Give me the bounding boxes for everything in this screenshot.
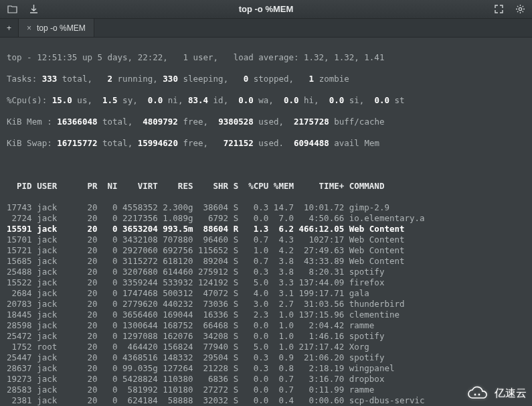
process-row: 25472 jack 20 0 1297088 162076 34208 S 0… bbox=[7, 331, 525, 342]
process-row: 25488 jack 20 0 3207680 614460 275912 S … bbox=[7, 267, 525, 277]
process-row: 18445 jack 20 0 3656460 169044 16336 S 2… bbox=[7, 310, 525, 320]
download-icon[interactable] bbox=[28, 4, 39, 15]
new-tab-button[interactable]: + bbox=[0, 19, 19, 37]
cloud-icon bbox=[465, 386, 492, 401]
process-row: 28598 jack 20 0 1300644 168752 66468 S 0… bbox=[7, 320, 525, 331]
tab-0[interactable]: × top -o %MEM bbox=[19, 19, 94, 37]
process-row: 2684 jack 20 0 1747468 500312 47072 S 4.… bbox=[7, 288, 525, 299]
process-row: 15591 jack 20 0 3653204 993.5m 88604 R 1… bbox=[7, 224, 525, 234]
window-title: top -o %MEM bbox=[87, 4, 445, 14]
titlebar: top -o %MEM bbox=[0, 0, 532, 19]
tabbar: + × top -o %MEM bbox=[0, 19, 532, 38]
tab-label: top -o %MEM bbox=[37, 23, 86, 33]
svg-point-1 bbox=[474, 394, 476, 396]
cpu-line: %Cpu(s): 15.0 us, 1.5 sy, 0.0 ni, 83.4 i… bbox=[7, 95, 525, 106]
top-summary-line: top - 12:51:35 up 5 days, 22:22, 1 user,… bbox=[7, 52, 525, 63]
process-row: 28583 jack 20 0 581992 110180 27272 S 0.… bbox=[7, 385, 525, 395]
columns-header: PID USER PR NI VIRT RES SHR S %CPU %MEM … bbox=[7, 181, 525, 192]
process-row: 2381 jack 20 0 624184 58888 32032 S 0.0 … bbox=[7, 395, 525, 406]
close-tab-icon[interactable]: × bbox=[27, 23, 31, 33]
process-row: 15721 jack 20 0 2927060 692756 115652 S … bbox=[7, 245, 525, 256]
swap-line: KiB Swap: 16715772 total, 15994620 free,… bbox=[7, 138, 525, 149]
blank-line bbox=[7, 159, 525, 170]
process-row: 19273 jack 20 0 5428824 110380 6836 S 0.… bbox=[7, 374, 525, 385]
process-row: 25447 jack 20 0 4368516 148332 29504 S 0… bbox=[7, 352, 525, 363]
svg-point-0 bbox=[519, 7, 521, 10]
process-row: 20783 jack 20 0 2779620 440232 73036 S 3… bbox=[7, 299, 525, 310]
maximize-icon[interactable] bbox=[493, 4, 504, 15]
gear-icon[interactable] bbox=[515, 4, 525, 15]
process-row: 15522 jack 20 0 3359244 533932 124192 S … bbox=[7, 277, 525, 288]
open-folder-icon[interactable] bbox=[7, 4, 17, 15]
process-row: 17743 jack 20 0 4558352 2.300g 38604 S 0… bbox=[7, 202, 525, 213]
process-row: 15685 jack 20 0 3115272 618120 89204 S 0… bbox=[7, 256, 525, 267]
mem-line: KiB Mem : 16366048 total, 4809792 free, … bbox=[7, 117, 525, 127]
watermark: 亿速云 bbox=[465, 386, 527, 401]
process-row: 28637 jack 20 0 99.035g 127264 21228 S 0… bbox=[7, 363, 525, 374]
process-row: 15701 jack 20 0 3432108 707880 96460 S 0… bbox=[7, 234, 525, 245]
process-row: 2724 jack 20 0 2217356 1.089g 6792 S 0.0… bbox=[7, 213, 525, 224]
terminal-output[interactable]: top - 12:51:35 up 5 days, 22:22, 1 user,… bbox=[0, 38, 532, 406]
svg-point-2 bbox=[478, 394, 480, 396]
process-row: 1752 root 20 0 464420 156824 77940 S 5.0… bbox=[7, 342, 525, 352]
tasks-line: Tasks: 333 total, 2 running, 330 sleepin… bbox=[7, 74, 525, 84]
